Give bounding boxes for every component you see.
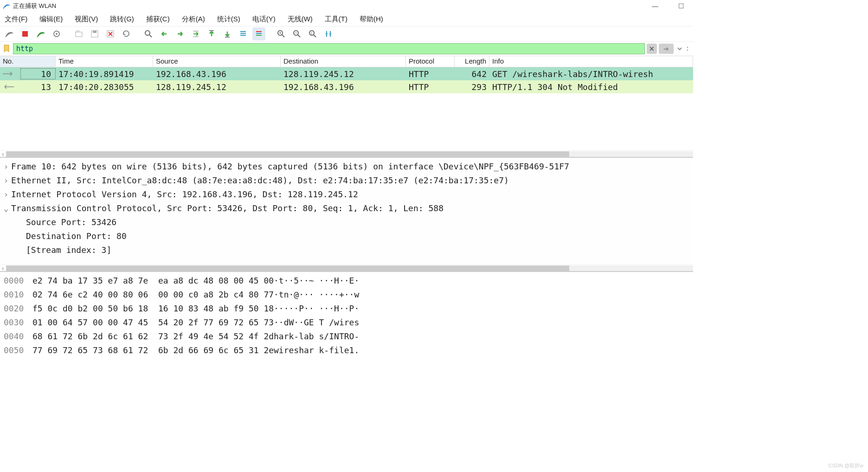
display-filter-bar: ✕ ➔ <box>0 42 693 56</box>
go-forward-button[interactable] <box>174 27 186 40</box>
svg-point-13 <box>687 50 688 51</box>
menu-telephony[interactable]: 电话(Y) <box>251 14 276 25</box>
cell-source: 192.168.43.196 <box>153 68 281 80</box>
tree-item-ip[interactable]: ›Internet Protocol Version 4, Src: 192.1… <box>1 188 692 201</box>
byte-row[interactable]: 0020f5 0c d0 b2 00 50 b6 18 16 10 83 48 … <box>4 302 689 316</box>
column-header-protocol[interactable]: Protocol <box>406 56 455 67</box>
cell-time: 17:40:20.283055 <box>56 81 153 93</box>
svg-rect-3 <box>76 32 82 37</box>
tree-item-tcp-dst-port[interactable]: Destination Port: 80 <box>1 229 692 243</box>
svg-rect-5 <box>93 31 96 33</box>
main-toolbar: 1 <box>0 26 693 42</box>
auto-scroll-button[interactable] <box>237 27 250 40</box>
cell-destination: 192.168.43.196 <box>281 81 406 93</box>
tree-item-tcp-src-port[interactable]: Source Port: 53426 <box>1 215 692 229</box>
find-button[interactable] <box>142 27 155 40</box>
menu-statistics[interactable]: 统计(S) <box>216 14 241 25</box>
svg-point-7 <box>145 31 150 35</box>
menu-bar: 文件(F) 编辑(E) 视图(V) 跳转(G) 捕获(C) 分析(A) 统计(S… <box>0 12 693 26</box>
menu-view[interactable]: 视图(V) <box>74 14 99 25</box>
packet-list-pane: No. Time Source Destination Protocol Len… <box>0 56 693 150</box>
save-file-button[interactable] <box>88 27 101 40</box>
capture-options-button[interactable] <box>50 27 63 40</box>
filter-apply-button[interactable]: ➔ <box>659 44 674 54</box>
tree-item-tcp[interactable]: ⌄Transmission Control Protocol, Src Port… <box>1 201 692 215</box>
byte-row[interactable]: 001002 74 6e c2 40 00 80 06 00 00 c0 a8 … <box>4 288 689 302</box>
close-file-button[interactable] <box>104 27 117 40</box>
packet-details-pane: ›Frame 10: 642 bytes on wire (5136 bits)… <box>0 157 693 265</box>
tree-item-frame[interactable]: ›Frame 10: 642 bytes on wire (5136 bits)… <box>1 160 692 174</box>
filter-history-dropdown[interactable] <box>675 44 684 54</box>
direction-in-icon <box>2 80 19 93</box>
collapse-icon[interactable]: ⌄ <box>1 201 11 215</box>
menu-edit[interactable]: 编辑(E) <box>39 14 64 25</box>
zoom-reset-button[interactable]: 1 <box>306 27 319 40</box>
reload-button[interactable] <box>120 27 133 40</box>
go-to-packet-button[interactable] <box>189 27 202 40</box>
restart-capture-button[interactable] <box>34 27 47 40</box>
cell-info: GET /wireshark-labs/INTRO-wiresh <box>489 68 693 80</box>
packet-list-header: No. Time Source Destination Protocol Len… <box>0 56 693 67</box>
go-back-button[interactable] <box>158 27 171 40</box>
byte-row[interactable]: 005077 69 72 65 73 68 61 72 6b 2d 66 69 … <box>4 343 689 357</box>
bookmark-icon[interactable] <box>2 43 11 54</box>
resize-columns-button[interactable] <box>322 27 335 40</box>
byte-row[interactable]: 004068 61 72 6b 2d 6c 61 62 73 2f 49 4e … <box>4 330 689 343</box>
go-first-button[interactable] <box>205 27 218 40</box>
scroll-left-icon[interactable]: ‹ <box>0 150 6 158</box>
cell-protocol: HTTP <box>406 68 455 80</box>
cell-time: 17:40:19.891419 <box>56 68 153 80</box>
window-title: 正在捕获 WLAN <box>13 2 56 10</box>
tree-item-ethernet[interactable]: ›Ethernet II, Src: IntelCor_a8:dc:48 (a8… <box>1 174 692 188</box>
byte-row[interactable]: 0000e2 74 ba 17 35 e7 a8 7e ea a8 dc 48 … <box>4 274 689 288</box>
cell-destination: 128.119.245.12 <box>281 68 406 80</box>
scroll-left-icon[interactable]: ‹ <box>0 265 6 272</box>
menu-analyze[interactable]: 分析(A) <box>181 14 206 25</box>
stop-capture-button[interactable] <box>19 27 32 40</box>
zoom-out-button[interactable] <box>290 27 303 40</box>
column-header-no[interactable]: No. <box>0 56 56 67</box>
svg-text:1: 1 <box>310 32 312 35</box>
title-bar: 正在捕获 WLAN — ☐ <box>0 0 693 12</box>
packet-list-hscroll[interactable]: ‹ <box>0 150 693 157</box>
expand-icon[interactable]: › <box>1 188 11 201</box>
svg-point-12 <box>687 47 688 48</box>
filter-add-button[interactable] <box>686 44 691 54</box>
column-header-time[interactable]: Time <box>56 56 153 67</box>
maximize-button[interactable]: ☐ <box>675 2 687 10</box>
svg-point-2 <box>56 33 58 35</box>
menu-help[interactable]: 帮助(H) <box>359 14 384 25</box>
colorize-button[interactable] <box>252 27 265 40</box>
details-hscroll[interactable]: ‹ <box>0 265 693 271</box>
direction-out-icon <box>2 67 19 80</box>
tree-item-tcp-stream[interactable]: [Stream index: 3] <box>1 243 692 257</box>
column-header-length[interactable]: Length <box>455 56 489 67</box>
menu-file[interactable]: 文件(F) <box>4 14 28 25</box>
window-controls: — ☐ <box>649 2 690 10</box>
go-last-button[interactable] <box>221 27 234 40</box>
app-icon <box>3 2 10 10</box>
filter-clear-button[interactable]: ✕ <box>647 44 657 54</box>
column-header-destination[interactable]: Destination <box>281 56 406 67</box>
packet-row[interactable]: 10 17:40:19.891419 192.168.43.196 128.11… <box>0 67 693 80</box>
cell-length: 293 <box>455 81 489 93</box>
packet-bytes-pane: 0000e2 74 ba 17 35 e7 a8 7e ea a8 dc 48 … <box>0 271 693 358</box>
byte-row[interactable]: 003001 00 64 57 00 00 47 45 54 20 2f 77 … <box>4 316 689 330</box>
zoom-in-button[interactable] <box>275 27 288 40</box>
svg-rect-0 <box>22 31 28 37</box>
menu-capture[interactable]: 捕获(C) <box>145 14 171 25</box>
expand-icon[interactable]: › <box>1 174 11 188</box>
start-capture-button[interactable] <box>3 27 16 40</box>
menu-wireless[interactable]: 无线(W) <box>287 14 314 25</box>
column-header-source[interactable]: Source <box>153 56 281 67</box>
cell-protocol: HTTP <box>406 81 455 93</box>
menu-tools[interactable]: 工具(T) <box>324 14 348 25</box>
display-filter-input[interactable] <box>13 43 645 54</box>
expand-icon[interactable]: › <box>1 160 11 174</box>
menu-go[interactable]: 跳转(G) <box>109 14 135 25</box>
column-header-info[interactable]: Info <box>489 56 693 67</box>
packet-row[interactable]: 13 17:40:20.283055 128.119.245.12 192.16… <box>0 80 693 93</box>
minimize-button[interactable]: — <box>649 2 661 10</box>
cell-info: HTTP/1.1 304 Not Modified <box>489 81 693 93</box>
open-file-button[interactable] <box>72 27 85 40</box>
